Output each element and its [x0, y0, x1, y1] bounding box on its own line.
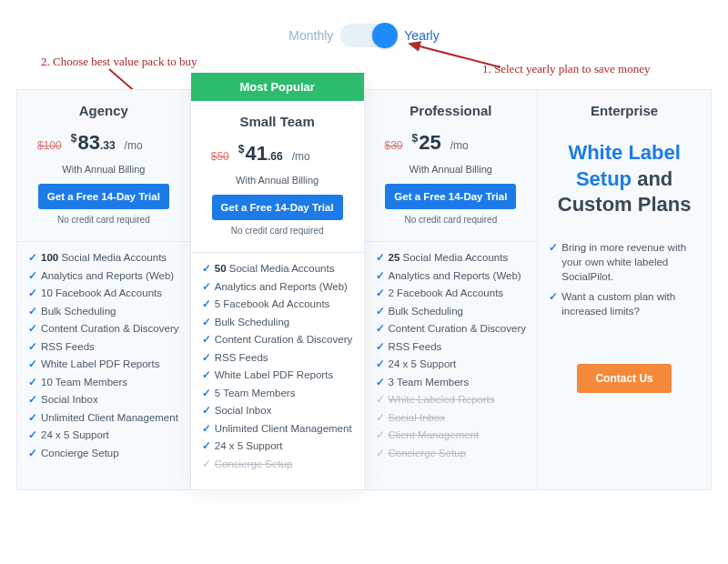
feature-item: ✓Bulk Scheduling — [28, 305, 181, 319]
feature-item: ✓100 Social Media Accounts — [28, 251, 181, 266]
feature-item: ✓Unlimited Client Management — [202, 422, 355, 437]
trial-button[interactable]: Get a Free 14-Day Trial — [385, 184, 516, 209]
feature-item: ✓Social Inbox — [202, 404, 355, 418]
feature-item: ✓50 Social Media Accounts — [202, 262, 355, 277]
feature-text: RSS Feeds — [389, 340, 442, 355]
trial-button[interactable]: Get a Free 14-Day Trial — [212, 195, 343, 220]
feature-text: 100 Social Media Accounts — [41, 251, 167, 266]
check-icon: ✓ — [376, 322, 389, 337]
feature-text: RSS Feeds — [41, 340, 95, 355]
feature-item: ✓25 Social Media Accounts — [376, 251, 529, 266]
check-icon: ✓ — [28, 358, 41, 372]
feature-list: ✓50 Social Media Accounts✓Analytics and … — [191, 252, 364, 489]
feature-text: Unlimited Client Management — [41, 411, 178, 426]
feature-text: 24 x 5 Support — [389, 358, 457, 372]
check-icon: ✓ — [549, 240, 561, 255]
feature-item: ✓2 Facebook Ad Accounts — [376, 287, 529, 301]
check-icon: ✓ — [549, 289, 561, 304]
check-icon: ✓ — [202, 422, 215, 437]
check-icon: ✓ — [28, 340, 41, 355]
feature-text: Analytics and Reports (Web) — [215, 280, 348, 295]
feature-text: Client Management — [389, 428, 480, 443]
feature-item: ✓Bulk Scheduling — [376, 305, 529, 319]
original-price: $30 — [385, 139, 403, 152]
plan-card-professional: Professional $30 $25 /mo With Annual Bil… — [365, 89, 539, 490]
feature-item: ✓Social Inbox — [28, 393, 181, 408]
check-icon: ✓ — [376, 269, 389, 284]
feature-item: ✓Want a custom plan with increased limit… — [549, 289, 700, 318]
plan-title: Small Team — [200, 114, 355, 129]
feature-item: ✓Client Management — [376, 428, 529, 443]
check-icon: ✓ — [28, 251, 41, 266]
feature-text: 5 Facebook Ad Accounts — [215, 297, 330, 312]
toggle-knob — [372, 23, 398, 48]
check-icon: ✓ — [202, 458, 215, 472]
check-icon: ✓ — [202, 262, 215, 277]
check-icon: ✓ — [376, 393, 389, 408]
check-icon: ✓ — [28, 447, 41, 461]
enterprise-headline: White Label Setup and Custom Plans — [538, 131, 711, 233]
feature-item: ✓10 Facebook Ad Accounts — [28, 287, 181, 301]
feature-text: 24 x 5 Support — [41, 428, 109, 443]
toggle-label-yearly[interactable]: Yearly — [404, 28, 439, 43]
no-card-note: No credit card required — [200, 226, 355, 236]
popular-badge: Most Popular — [191, 73, 364, 101]
feature-item: ✓RSS Feeds — [202, 351, 355, 366]
contact-button[interactable]: Contact Us — [577, 364, 671, 393]
feature-item: ✓White Labeled Reports — [376, 393, 529, 408]
feature-list: ✓100 Social Media Accounts✓Analytics and… — [17, 241, 190, 489]
feature-item: ✓5 Team Members — [202, 387, 355, 401]
feature-item: ✓3 Team Members — [376, 376, 529, 390]
check-icon: ✓ — [376, 251, 389, 266]
check-icon: ✓ — [202, 280, 215, 295]
feature-text: Unlimited Client Management — [215, 422, 352, 437]
feature-item: ✓Analytics and Reports (Web) — [376, 269, 529, 284]
check-icon: ✓ — [28, 322, 41, 337]
feature-text: 25 Social Media Accounts — [389, 251, 509, 266]
feature-item: ✓10 Team Members — [28, 376, 181, 390]
check-icon: ✓ — [28, 411, 41, 426]
feature-text: 50 Social Media Accounts — [215, 262, 335, 277]
original-price: $100 — [37, 139, 62, 152]
feature-item: ✓Content Curation & Discovery — [28, 322, 181, 337]
check-icon: ✓ — [28, 376, 41, 390]
feature-text: Bulk Scheduling — [389, 305, 463, 319]
check-icon: ✓ — [202, 351, 215, 366]
check-icon: ✓ — [376, 287, 389, 301]
check-icon: ✓ — [28, 305, 41, 319]
no-card-note: No credit card required — [374, 215, 529, 225]
feature-text: White Label PDF Reports — [215, 368, 333, 383]
feature-item: ✓Social Inbox — [376, 411, 529, 426]
check-icon: ✓ — [202, 439, 215, 454]
feature-item: ✓White Label PDF Reports — [28, 358, 181, 372]
feature-text: Social Inbox — [389, 411, 446, 426]
billing-toggle[interactable] — [340, 24, 397, 47]
billing-note: With Annual Billing — [26, 164, 181, 175]
feature-text: 10 Team Members — [41, 376, 127, 390]
check-icon: ✓ — [376, 376, 389, 390]
enterprise-feature-list: ✓Bring in more revenue with your own whi… — [538, 233, 711, 331]
check-icon: ✓ — [376, 411, 389, 426]
feature-item: ✓RSS Feeds — [28, 340, 181, 355]
feature-text: Social Inbox — [41, 393, 98, 408]
check-icon: ✓ — [376, 447, 389, 461]
feature-item: ✓24 x 5 Support — [202, 439, 355, 454]
feature-text: Content Curation & Discovery — [215, 333, 352, 347]
check-icon: ✓ — [28, 428, 41, 443]
billing-note: With Annual Billing — [200, 175, 355, 186]
toggle-label-monthly[interactable]: Monthly — [288, 28, 333, 43]
feature-item: ✓5 Facebook Ad Accounts — [202, 297, 355, 312]
feature-text: 24 x 5 Support — [215, 439, 283, 454]
original-price: $50 — [211, 150, 229, 163]
check-icon: ✓ — [202, 387, 215, 401]
no-card-note: No credit card required — [26, 215, 181, 225]
feature-item: ✓Content Curation & Discovery — [376, 322, 529, 337]
check-icon: ✓ — [202, 316, 215, 330]
feature-text: Social Inbox — [215, 404, 272, 418]
billing-toggle-row: Monthly Yearly — [0, 0, 728, 47]
feature-text: Analytics and Reports (Web) — [41, 269, 174, 284]
feature-text: 10 Facebook Ad Accounts — [41, 287, 162, 301]
feature-text: 3 Team Members — [389, 376, 470, 390]
feature-item: ✓White Label PDF Reports — [202, 368, 355, 383]
trial-button[interactable]: Get a Free 14-Day Trial — [38, 184, 169, 209]
